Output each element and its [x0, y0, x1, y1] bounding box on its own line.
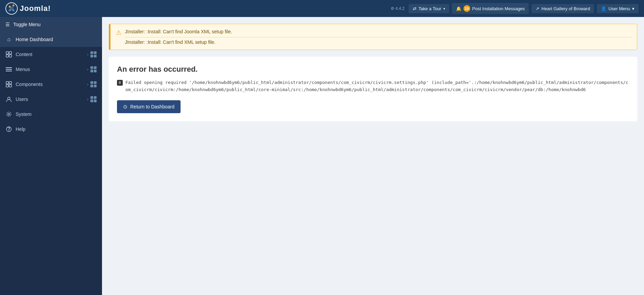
joomla-logo[interactable]: Joomla! [5, 2, 51, 15]
sidebar-item-home-dashboard[interactable]: ⌂ Home Dashboard [0, 32, 102, 47]
sidebar-item-label: Help [16, 126, 26, 132]
error-section: An error has occurred. 0 Failed opening … [109, 57, 637, 121]
sidebar-item-users[interactable]: Users › [0, 92, 102, 107]
menus-icon [5, 66, 12, 73]
sidebar-item-label: Components [16, 82, 43, 87]
user-icon: 👤 [601, 6, 606, 11]
svg-point-12 [7, 97, 10, 100]
components-chevron-icon: › [87, 82, 88, 86]
svg-point-13 [8, 113, 10, 115]
users-icon [5, 96, 12, 103]
error-title: An error has occurred. [117, 65, 629, 74]
svg-rect-3 [6, 55, 9, 57]
return-icon: ⊙ [123, 104, 128, 110]
topbar: Joomla! ⚙ 4.4.2 ⇄ Take a Tour ▾ 🔔 10 Pos… [0, 0, 644, 17]
system-icon [5, 111, 12, 118]
tour-icon: ⇄ [413, 6, 417, 11]
post-install-label: Post Installation Messages [472, 6, 525, 11]
user-menu-button[interactable]: 👤 User Menu ▾ [597, 4, 639, 13]
toggle-menu-icon: ☰ [5, 22, 10, 27]
user-chevron: ▾ [632, 6, 634, 11]
sidebar: ☰ Toggle Menu ⌂ Home Dashboard Content › [0, 17, 102, 295]
joomla-logo-text: Joomla! [20, 4, 51, 13]
external-link-icon: ↗ [536, 6, 539, 11]
tour-label: Take a Tour [419, 6, 441, 11]
main-layout: ☰ Toggle Menu ⌂ Home Dashboard Content › [0, 17, 644, 295]
return-label: Return to Dashboard [130, 104, 174, 109]
svg-rect-1 [6, 52, 9, 54]
svg-rect-2 [9, 52, 12, 54]
site-link-button[interactable]: ↗ Heart Gallery of Broward [531, 4, 594, 13]
components-icon [5, 81, 12, 88]
content-icon [5, 51, 12, 58]
topbar-right: ⚙ 4.4.2 ⇄ Take a Tour ▾ 🔔 10 Post Instal… [391, 3, 639, 14]
notification-count: 10 [463, 5, 470, 12]
sidebar-item-label: Users [16, 97, 28, 102]
joomla-logo-icon [5, 2, 18, 15]
topbar-left: Joomla! [5, 2, 51, 15]
toggle-menu-label: Toggle Menu [13, 22, 40, 27]
sidebar-item-help[interactable]: Help [0, 122, 102, 137]
warning-banner: ⚠ JInstaller: :Install: Can't find Jooml… [109, 24, 637, 50]
error-text: Failed opening required '/home/knohnwbd6… [125, 79, 629, 93]
sidebar-item-label: Menus [16, 67, 30, 72]
warning-icon: ⚠ [116, 29, 121, 36]
post-install-messages-button[interactable]: 🔔 10 Post Installation Messages [452, 3, 529, 14]
warning-message-2: JInstaller: :Install: Can't find XML set… [125, 37, 631, 46]
svg-rect-11 [9, 85, 12, 87]
version-badge: ⚙ 4.4.2 [391, 6, 405, 11]
return-to-dashboard-button[interactable]: ⊙ Return to Dashboard [117, 100, 181, 113]
svg-rect-9 [9, 82, 12, 84]
toggle-menu-button[interactable]: ☰ Toggle Menu [0, 17, 102, 32]
warning-message-1: JInstaller: :Install: Can't find Joomla … [125, 28, 631, 35]
error-details: 0 Failed opening required '/home/knohnwb… [117, 79, 629, 93]
sidebar-item-components[interactable]: Components › [0, 77, 102, 92]
content-area: ⚠ JInstaller: :Install: Can't find Jooml… [102, 17, 644, 295]
menus-chevron-icon: › [87, 67, 88, 71]
menus-grid-icon[interactable] [90, 66, 97, 72]
take-a-tour-button[interactable]: ⇄ Take a Tour ▾ [409, 4, 449, 13]
sidebar-item-label: System [16, 111, 32, 117]
svg-rect-10 [6, 85, 9, 87]
users-chevron-icon: › [87, 97, 88, 101]
content-grid-icon[interactable] [90, 51, 97, 57]
svg-rect-4 [9, 55, 12, 57]
sidebar-item-content[interactable]: Content › [0, 47, 102, 62]
sidebar-item-system[interactable]: System [0, 107, 102, 122]
svg-rect-8 [6, 82, 9, 84]
home-icon: ⌂ [5, 36, 12, 43]
components-grid-icon[interactable] [90, 81, 97, 87]
site-name: Heart Gallery of Broward [541, 6, 590, 11]
sidebar-item-label: Home Dashboard [16, 37, 53, 42]
sidebar-item-menus[interactable]: Menus › [0, 62, 102, 77]
tour-chevron: ▾ [443, 7, 445, 11]
sidebar-item-label: Content [16, 52, 32, 57]
bell-icon: 🔔 [456, 6, 461, 11]
error-code: 0 [117, 80, 123, 86]
warning-messages: JInstaller: :Install: Can't find Joomla … [125, 28, 631, 46]
content-chevron-icon: › [87, 52, 88, 56]
users-grid-icon[interactable] [90, 96, 97, 102]
help-icon [5, 126, 12, 133]
user-menu-label: User Menu [608, 6, 630, 11]
